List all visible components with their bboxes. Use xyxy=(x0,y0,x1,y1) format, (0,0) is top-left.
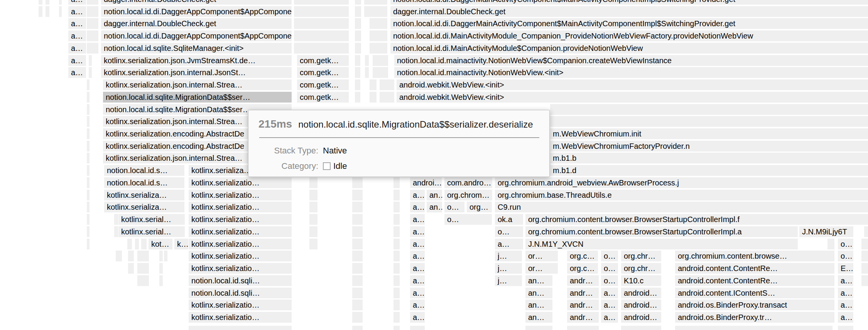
frame-cell[interactable]: or… xyxy=(525,251,558,261)
frame-cell[interactable]: org.chrom… xyxy=(444,190,492,200)
frame-fragment[interactable] xyxy=(393,251,400,261)
frame-cell[interactable]: notion.local.id.di.DaggerMainActivityCom… xyxy=(390,18,868,29)
frame-fragment[interactable] xyxy=(365,67,369,78)
frame-cell[interactable]: notion.local.id.di.DaggerMainActivityCom… xyxy=(390,0,868,5)
frame-cell[interactable]: a… xyxy=(410,190,425,200)
frame-fragment[interactable] xyxy=(46,0,49,5)
frame-cell[interactable]: j… xyxy=(495,251,522,261)
frame-fragment[interactable] xyxy=(352,263,363,274)
frame-cell[interactable]: or… xyxy=(525,263,558,274)
frame-fragment[interactable] xyxy=(309,190,317,200)
frame-fragment[interactable] xyxy=(827,263,834,274)
frame-fragment[interactable] xyxy=(164,251,167,261)
frame-fragment[interactable] xyxy=(370,43,387,54)
frame-fragment[interactable] xyxy=(87,153,90,163)
frame-fragment[interactable] xyxy=(838,326,853,330)
frame-cell[interactable]: o… xyxy=(444,214,492,225)
frame-fragment[interactable] xyxy=(294,0,349,5)
frame-cell[interactable]: a… xyxy=(601,300,618,310)
frame-fragment[interactable] xyxy=(827,288,834,298)
frame-cell[interactable]: notion.local.id.sqlite.SqliteManager.<in… xyxy=(101,43,292,54)
frame-fragment[interactable] xyxy=(355,0,361,5)
frame-cell[interactable]: notion.local.id.s… xyxy=(104,177,184,188)
frame-fragment[interactable] xyxy=(87,116,90,127)
frame-fragment[interactable] xyxy=(87,214,90,225)
frame-cell[interactable]: a… xyxy=(410,251,425,261)
frame-cell[interactable]: org.chromium.content.browse… xyxy=(675,251,833,261)
frame-fragment[interactable] xyxy=(116,251,122,261)
frame-cell[interactable]: m.b1.d xyxy=(550,165,868,176)
frame-cell[interactable]: kotlinx.serializatio… xyxy=(189,312,292,323)
frame-fragment[interactable] xyxy=(393,239,400,249)
frame-cell[interactable]: an… xyxy=(525,288,552,298)
frame-fragment[interactable] xyxy=(352,226,363,237)
frame-fragment[interactable] xyxy=(352,190,363,200)
frame-cell[interactable]: o… xyxy=(444,202,464,212)
frame-cell[interactable]: a… xyxy=(495,239,523,249)
frame-fragment[interactable] xyxy=(393,226,400,237)
frame-cell[interactable]: C9.run xyxy=(495,202,868,212)
frame-cell[interactable]: org.chr… xyxy=(621,251,661,261)
frame-cell[interactable]: J.N.M1Y_XVCN xyxy=(525,239,798,249)
frame-fragment[interactable] xyxy=(294,6,349,17)
frame-cell[interactable]: kotlinx.serialization.json.internal.Stre… xyxy=(103,79,292,90)
frame-fragment[interactable] xyxy=(59,6,62,17)
frame-cell[interactable]: kot… xyxy=(149,239,172,249)
frame-fragment[interactable] xyxy=(393,312,400,323)
frame-cell[interactable]: a… xyxy=(838,275,853,286)
frame-fragment[interactable] xyxy=(355,55,360,66)
frame-fragment[interactable] xyxy=(352,251,363,261)
frame-fragment[interactable] xyxy=(861,239,868,249)
frame-cell[interactable]: notion.local.id.sqlite.MigrationData$$se… xyxy=(103,92,292,103)
frame-cell[interactable]: a… xyxy=(410,239,425,249)
frame-cell[interactable]: kotlinx.serializatio… xyxy=(189,177,292,188)
frame-fragment[interactable] xyxy=(355,18,361,29)
frame-fragment[interactable] xyxy=(861,275,868,286)
frame-cell[interactable]: dagger.internal.DoubleCheck.get xyxy=(390,6,868,17)
frame-cell[interactable]: kotlinx.serializa… xyxy=(104,190,184,200)
frame-cell[interactable]: o… xyxy=(601,275,618,286)
frame-fragment[interactable] xyxy=(159,263,163,274)
frame-fragment[interactable] xyxy=(87,141,90,152)
frame-cell[interactable]: a… xyxy=(601,312,618,323)
frame-cell[interactable]: m.WebViewChromiumFactoryProvider.n xyxy=(550,141,868,152)
frame-cell[interactable]: com.andro… xyxy=(444,177,492,188)
frame-fragment[interactable] xyxy=(827,239,834,249)
frame-fragment[interactable] xyxy=(87,0,98,5)
frame-cell[interactable]: a… xyxy=(410,214,425,225)
frame-cell[interactable]: an… xyxy=(427,190,442,200)
frame-cell[interactable]: org.chromium.base.ThreadUtils.e xyxy=(495,190,868,200)
frame-fragment[interactable] xyxy=(87,79,90,90)
frame-cell[interactable]: a… xyxy=(838,300,853,310)
frame-fragment[interactable] xyxy=(87,18,98,29)
frame-fragment[interactable] xyxy=(370,92,377,103)
frame-fragment[interactable] xyxy=(87,226,90,237)
frame-fragment[interactable] xyxy=(355,43,361,54)
frame-fragment[interactable] xyxy=(159,275,163,286)
frame-fragment[interactable] xyxy=(309,202,317,212)
frame-fragment[interactable] xyxy=(87,128,90,139)
frame-cell[interactable]: andr… xyxy=(567,288,599,298)
frame-cell[interactable]: a… xyxy=(68,30,86,41)
frame-cell[interactable]: a… xyxy=(410,263,425,274)
frame-cell[interactable]: android… xyxy=(621,300,661,310)
frame-cell[interactable]: org.c… xyxy=(567,263,598,274)
frame-cell[interactable]: j… xyxy=(495,275,522,286)
frame-fragment[interactable] xyxy=(525,326,552,330)
frame-cell[interactable]: android.content.IContentS… xyxy=(675,288,833,298)
frame-cell[interactable]: a… xyxy=(838,312,853,323)
frame-fragment[interactable] xyxy=(550,116,868,127)
frame-cell[interactable]: m.b1.b xyxy=(550,153,868,163)
frame-fragment[interactable] xyxy=(87,43,98,54)
frame-fragment[interactable] xyxy=(393,202,400,212)
frame-fragment[interactable] xyxy=(827,312,834,323)
frame-cell[interactable]: an… xyxy=(525,300,552,310)
frame-fragment[interactable] xyxy=(365,55,369,66)
frame-cell[interactable]: android.os.BinderProxy.tr… xyxy=(675,312,833,323)
frame-cell[interactable]: j… xyxy=(495,263,522,274)
frame-fragment[interactable] xyxy=(864,226,868,237)
frame-cell[interactable]: notion.local.id.mainactivity.NotionWebVi… xyxy=(394,67,868,78)
frame-cell[interactable]: kotlinx.serializatio… xyxy=(189,190,292,200)
frame-fragment[interactable] xyxy=(410,326,425,330)
frame-cell[interactable]: kotlinx.serializatio… xyxy=(189,300,292,310)
